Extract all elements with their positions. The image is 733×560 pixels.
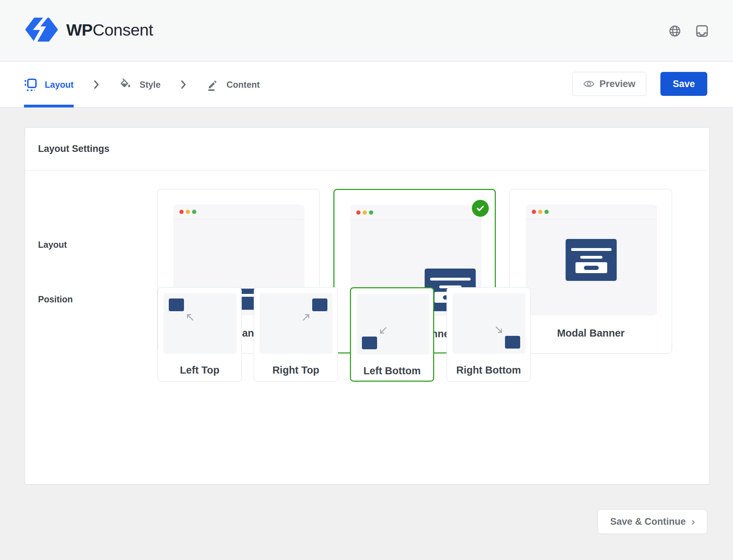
browser-dot-yellow xyxy=(363,210,367,215)
arrow-up-right-icon xyxy=(301,312,311,322)
arrow-up-left-icon xyxy=(185,312,195,322)
panel-body: Layout Lo xyxy=(25,171,709,484)
preview-button[interactable]: Preview xyxy=(572,72,646,96)
app-header: WPConsent xyxy=(0,0,733,61)
browser-titlebar xyxy=(350,205,481,220)
chevron-right-icon xyxy=(180,80,186,90)
banner-position-box xyxy=(312,299,327,311)
wizard-tabs: Layout Style xyxy=(24,62,260,107)
paint-bucket-icon xyxy=(119,78,132,91)
save-button[interactable]: Save xyxy=(660,72,707,96)
banner-text-line xyxy=(430,278,470,281)
wpconsent-settings-screen: WPConsent xyxy=(0,0,733,560)
wpconsent-logo-icon xyxy=(25,18,58,42)
modal-banner-preview xyxy=(566,239,617,281)
layout-option-modal-banner[interactable]: Modal Banner xyxy=(510,189,672,353)
panel-title: Layout Settings xyxy=(38,143,110,154)
position-row-label: Position xyxy=(38,294,73,304)
banner-text-line xyxy=(580,256,602,259)
position-option-label: Left Bottom xyxy=(351,365,433,377)
position-option-left-bottom[interactable]: Left Bottom xyxy=(350,287,434,382)
layout-settings-panel: Layout Settings Layout xyxy=(25,127,710,485)
chevron-right-icon xyxy=(93,80,99,90)
browser-dot-green xyxy=(544,210,549,214)
banner-button-pill xyxy=(584,266,599,270)
browser-dot-red xyxy=(356,210,361,215)
eye-icon xyxy=(583,79,595,88)
panel-header: Layout Settings xyxy=(25,128,709,171)
position-option-right-top[interactable]: Right Top xyxy=(254,287,338,382)
position-option-right-bottom[interactable]: Right Bottom xyxy=(446,287,531,382)
tab-layout[interactable]: Layout xyxy=(24,62,74,107)
browser-dot-red xyxy=(532,210,536,214)
tab-content[interactable]: Content xyxy=(206,62,260,107)
browser-titlebar xyxy=(173,204,304,219)
position-preview xyxy=(164,293,236,354)
browser-dot-yellow xyxy=(186,210,190,214)
tabbar-actions: Preview Save xyxy=(572,72,707,96)
banner-text-line xyxy=(571,248,611,251)
tab-style[interactable]: Style xyxy=(119,62,161,107)
browser-mockup xyxy=(526,204,657,315)
banner-position-box xyxy=(505,336,520,349)
browser-dot-yellow xyxy=(538,210,542,214)
banner-position-box xyxy=(362,337,377,349)
position-option-left-top[interactable]: Left Top xyxy=(158,287,242,382)
position-option-label: Right Bottom xyxy=(447,364,530,376)
position-preview xyxy=(260,293,333,354)
browser-dot-green xyxy=(369,210,373,215)
logo-text-consent: Consent xyxy=(93,20,153,39)
save-and-continue-label: Save & Continue xyxy=(610,516,686,527)
position-option-label: Right Top xyxy=(254,364,338,376)
banner-button-box xyxy=(575,262,607,273)
layout-option-label: Modal Banner xyxy=(510,327,672,339)
save-and-continue-button[interactable]: Save & Continue › xyxy=(598,509,707,534)
tab-content-label: Content xyxy=(227,80,260,90)
position-preview xyxy=(452,293,525,354)
position-preview xyxy=(357,294,430,355)
wpconsent-logo-text: WPConsent xyxy=(66,20,153,39)
browser-dot-red xyxy=(179,210,184,214)
tab-style-label: Style xyxy=(140,80,161,90)
arrow-down-right-icon xyxy=(494,325,504,335)
layout-row-label: Layout xyxy=(38,240,67,250)
pencil-icon xyxy=(206,78,219,91)
inbox-icon[interactable] xyxy=(696,25,708,37)
banner-position-box xyxy=(169,299,184,311)
browser-dot-green xyxy=(192,210,196,214)
chevron-right-icon: › xyxy=(691,516,695,527)
arrow-down-left-icon xyxy=(378,326,388,336)
tab-layout-label: Layout xyxy=(45,80,74,90)
header-icon-group xyxy=(669,25,708,37)
logo-text-wp: WP xyxy=(66,20,93,39)
preview-button-label: Preview xyxy=(599,79,635,90)
globe-icon[interactable] xyxy=(669,25,681,37)
browser-titlebar xyxy=(526,204,657,219)
wizard-tabbar: Layout Style xyxy=(0,62,733,107)
selected-check-icon xyxy=(472,200,489,217)
wpconsent-logo: WPConsent xyxy=(25,18,153,42)
layout-icon xyxy=(24,78,37,91)
position-option-label: Left Top xyxy=(158,364,241,376)
